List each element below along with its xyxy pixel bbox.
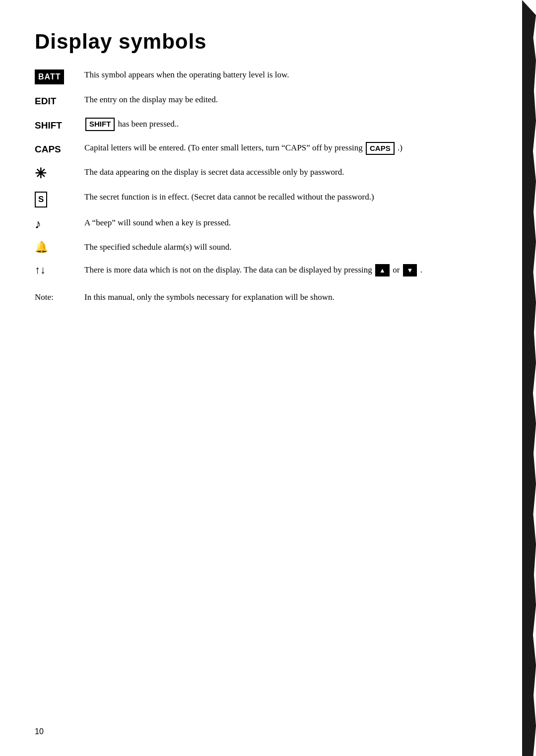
note-text: In this manual, only the symbols necessa… — [84, 292, 335, 302]
symbol-cell: EDIT — [35, 93, 84, 118]
symbol-cell: ✳ — [35, 166, 84, 191]
batt-symbol: BATT — [35, 69, 64, 84]
table-row: 🔔 The specified schedule alarm(s) will s… — [35, 241, 496, 264]
or-text: or — [393, 265, 400, 275]
symbol-cell: S — [35, 191, 84, 216]
shift-description-after: has been pressed.. — [118, 119, 179, 129]
table-row: ♪ A “beep” will sound when a key is pres… — [35, 216, 496, 241]
page: Display symbols BATT This symbol appears… — [0, 0, 536, 756]
symbol-cell: CAPS — [35, 141, 84, 166]
s-box-description: The secret function is in effect. (Secre… — [84, 192, 374, 202]
symbols-table: BATT This symbol appears when the operat… — [35, 69, 496, 313]
description-cell: A “beep” will sound when a key is presse… — [84, 216, 496, 241]
caps-description-after: .) — [398, 143, 402, 152]
shift-symbol: SHIFT — [35, 120, 62, 131]
caps-symbol: CAPS — [35, 144, 61, 154]
table-row: BATT This symbol appears when the operat… — [35, 69, 496, 93]
symbol-cell: ♪ — [35, 216, 84, 241]
torn-edge-decoration — [522, 0, 536, 756]
symbol-cell: SHIFT — [35, 118, 84, 142]
table-row: EDIT The entry on the display may be edi… — [35, 93, 496, 118]
table-row: SHIFT SHIFT has been pressed.. — [35, 118, 496, 142]
music-note-symbol: ♪ — [35, 216, 41, 231]
batt-description: This symbol appears when the operating b… — [84, 70, 289, 79]
table-row: S The secret function is in effect. (Sec… — [35, 191, 496, 216]
symbol-cell: ↑↓ — [35, 264, 84, 286]
description-cell: Capital letters will be entered. (To ent… — [84, 141, 496, 166]
shift-key-box: SHIFT — [85, 118, 115, 131]
edit-symbol: EDIT — [35, 96, 56, 106]
description-cell: The specified schedule alarm(s) will sou… — [84, 241, 496, 264]
description-cell: SHIFT has been pressed.. — [84, 118, 496, 142]
asterisk-description: The data appearing on the display is sec… — [84, 167, 344, 177]
alarm-symbol: 🔔 — [35, 241, 48, 253]
note-description-cell: In this manual, only the symbols necessa… — [84, 286, 496, 313]
note-row: Note: In this manual, only the symbols n… — [35, 286, 496, 313]
page-title: Display symbols — [35, 30, 496, 54]
caps-key-box: CAPS — [366, 142, 395, 155]
table-row: ✳ The data appearing on the display is s… — [35, 166, 496, 191]
down-arrow-box: ▼ — [403, 264, 417, 277]
table-row: CAPS Capital letters will be entered. (T… — [35, 141, 496, 166]
updown-description-before: There is more data which is not on the d… — [84, 265, 372, 275]
description-cell: This symbol appears when the operating b… — [84, 69, 496, 93]
up-arrow-box: ▲ — [375, 264, 390, 277]
edit-description: The entry on the display may be edited. — [84, 95, 218, 104]
caps-description-before: Capital letters will be entered. (To ent… — [84, 143, 363, 152]
symbol-cell: 🔔 — [35, 241, 84, 264]
s-box-symbol: S — [35, 192, 47, 207]
music-description: A “beep” will sound when a key is presse… — [84, 218, 231, 227]
description-cell: There is more data which is not on the d… — [84, 264, 496, 286]
alarm-description: The specified schedule alarm(s) will sou… — [84, 242, 231, 252]
symbol-cell: BATT — [35, 69, 84, 93]
description-cell: The secret function is in effect. (Secre… — [84, 191, 496, 216]
description-cell: The data appearing on the display is sec… — [84, 166, 496, 191]
page-number: 10 — [35, 727, 44, 736]
note-label-cell: Note: — [35, 286, 84, 313]
note-label: Note: — [35, 292, 54, 302]
table-row: ↑↓ There is more data which is not on th… — [35, 264, 496, 286]
updown-description-after: . — [420, 265, 422, 275]
description-cell: The entry on the display may be edited. — [84, 93, 496, 118]
asterisk-symbol: ✳ — [35, 166, 46, 181]
updown-symbol: ↑↓ — [35, 264, 46, 276]
